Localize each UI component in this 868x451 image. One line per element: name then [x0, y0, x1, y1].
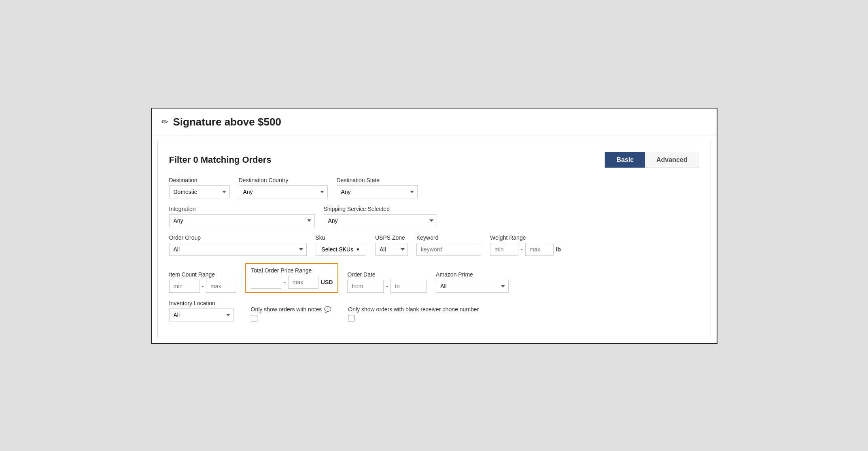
weight-dash: - — [521, 246, 523, 253]
total-price-min-input[interactable]: 500 — [251, 276, 281, 289]
basic-toggle-button[interactable]: Basic — [605, 152, 645, 168]
usps-zone-group: USPS Zone All — [375, 234, 407, 256]
filter-row-3: Order Group All Sku Select SKUs ▼ USPS Z… — [169, 234, 699, 256]
destination-group: Destination Domestic International — [169, 177, 230, 198]
notes-icon: 💬 — [324, 306, 331, 313]
inventory-location-label: Inventory Location — [169, 300, 234, 306]
order-date-group: Order Date - — [347, 271, 427, 293]
total-price-max-input[interactable] — [288, 276, 318, 289]
sku-group: Sku Select SKUs ▼ — [316, 234, 366, 256]
sku-dropdown-icon: ▼ — [356, 247, 360, 252]
main-container: ✏ Signature above $500 Filter 0 Matching… — [151, 108, 717, 344]
destination-label: Destination — [169, 177, 230, 183]
order-date-from-input[interactable] — [347, 280, 384, 293]
advanced-toggle-button[interactable]: Advanced — [645, 152, 698, 168]
notes-checkbox-wrapper — [251, 315, 331, 321]
order-date-inputs: - — [347, 280, 427, 293]
filter-row-1: Destination Domestic International Desti… — [169, 177, 699, 198]
page-title: Signature above $500 — [173, 116, 281, 128]
blank-phone-group: Only show orders with blank receiver pho… — [348, 306, 479, 321]
keyword-input[interactable] — [416, 243, 481, 256]
amazon-prime-label: Amazon Prime — [436, 271, 509, 278]
filter-row-2: Integration Any Shipping Service Selecte… — [169, 206, 699, 227]
filter-section: Filter 0 Matching Orders Basic Advanced … — [157, 142, 711, 337]
sku-select-button[interactable]: Select SKUs ▼ — [316, 243, 366, 256]
weight-max-input[interactable] — [525, 243, 554, 256]
shipping-service-label: Shipping Service Selected — [324, 206, 437, 212]
usps-zone-select[interactable]: All — [375, 243, 407, 256]
usps-zone-label: USPS Zone — [375, 234, 407, 241]
destination-country-label: Destination Country — [239, 177, 328, 183]
filter-row-5: Inventory Location All Only show orders … — [169, 300, 699, 321]
destination-country-select[interactable]: Any — [239, 185, 328, 198]
notes-checkbox[interactable] — [251, 315, 257, 321]
notes-label: Only show orders with notes 💬 — [251, 306, 331, 313]
inventory-location-group: Inventory Location All — [169, 300, 234, 321]
integration-label: Integration — [169, 206, 315, 212]
item-count-dash: - — [202, 283, 204, 289]
item-count-inputs: - — [169, 280, 237, 293]
order-date-to-input[interactable] — [390, 280, 427, 293]
destination-select[interactable]: Domestic International — [169, 185, 230, 198]
title-bar: ✏ Signature above $500 — [152, 108, 717, 136]
total-price-unit-label: USD — [321, 279, 333, 285]
order-group-group: Order Group All — [169, 234, 307, 256]
weight-range-label: Weight Range — [490, 234, 561, 241]
integration-select[interactable]: Any — [169, 214, 315, 227]
inventory-location-select[interactable]: All — [169, 308, 234, 321]
order-date-dash: - — [386, 283, 388, 289]
pencil-icon: ✏ — [161, 117, 168, 127]
shipping-service-group: Shipping Service Selected Any — [324, 206, 437, 227]
item-count-min-input[interactable] — [169, 280, 199, 293]
filter-header: Filter 0 Matching Orders Basic Advanced — [169, 152, 699, 168]
sku-button-label: Select SKUs — [322, 246, 354, 253]
notes-group: Only show orders with notes 💬 — [251, 306, 331, 321]
notes-text: Only show orders with notes — [251, 306, 322, 313]
filter-row-4: Item Count Range - Total Order Price Ran… — [169, 263, 699, 293]
blank-phone-checkbox-wrapper — [348, 315, 479, 321]
destination-state-label: Destination State — [337, 177, 418, 183]
view-toggle: Basic Advanced — [605, 152, 699, 168]
destination-country-group: Destination Country Any — [239, 177, 328, 198]
weight-range-group: Weight Range - lb — [490, 234, 561, 256]
item-count-max-input[interactable] — [206, 280, 236, 293]
destination-state-group: Destination State Any — [337, 177, 418, 198]
total-order-price-box: Total Order Price Range 500 - USD — [245, 263, 338, 293]
weight-min-input[interactable] — [490, 243, 518, 256]
keyword-group: Keyword — [416, 234, 481, 256]
integration-group: Integration Any — [169, 206, 315, 227]
destination-state-select[interactable]: Any — [337, 185, 418, 198]
weight-range-inputs: - lb — [490, 243, 561, 256]
blank-phone-label: Only show orders with blank receiver pho… — [348, 306, 479, 313]
sku-label: Sku — [316, 234, 366, 241]
total-order-price-label: Total Order Price Range — [251, 267, 333, 274]
order-group-select[interactable]: All — [169, 243, 307, 256]
blank-phone-checkbox[interactable] — [348, 315, 354, 321]
total-price-dash: - — [284, 279, 286, 285]
keyword-label: Keyword — [416, 234, 481, 241]
amazon-prime-group: Amazon Prime All — [436, 271, 509, 293]
shipping-service-select[interactable]: Any — [324, 214, 437, 227]
weight-unit-label: lb — [556, 246, 561, 253]
item-count-label: Item Count Range — [169, 271, 237, 278]
amazon-prime-select[interactable]: All — [436, 280, 509, 293]
item-count-group: Item Count Range - — [169, 271, 237, 293]
order-group-label: Order Group — [169, 234, 307, 241]
total-price-range-inputs: 500 - USD — [251, 276, 333, 289]
order-date-label: Order Date — [347, 271, 427, 278]
filter-heading: Filter 0 Matching Orders — [169, 155, 272, 165]
